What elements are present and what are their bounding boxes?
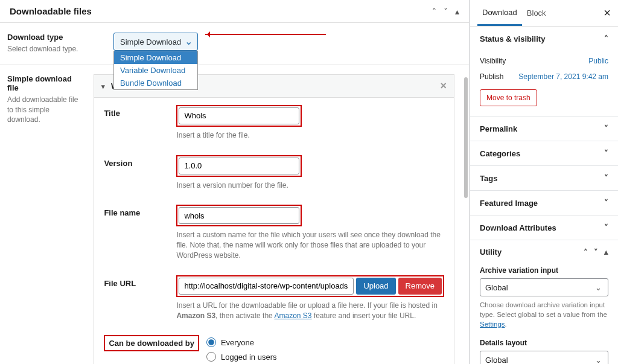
chevron-down-icon: ˅ [604, 124, 608, 133]
download-type-desc: Select download type. [7, 44, 101, 54]
simple-file-label: Simple download file [7, 74, 81, 92]
filename-label: File name [104, 205, 176, 260]
move-to-trash-button[interactable]: Move to trash [480, 89, 537, 106]
radio-logged-in[interactable]: Logged in users [206, 350, 444, 364]
featured-image-header[interactable]: Featured Image˅ [470, 191, 618, 215]
chevron-down-icon: ▾ [101, 83, 105, 90]
tags-header[interactable]: Tags˅ [470, 166, 618, 190]
remove-button[interactable]: Remove [398, 278, 442, 295]
fileurl-help: Insert a URL for the downloadable file o… [176, 301, 444, 321]
chevron-down-icon: ˅ [594, 247, 598, 257]
tab-block[interactable]: Block [522, 1, 551, 25]
details-label: Details layout [480, 339, 608, 347]
amazon-s3-link[interactable]: Amazon S3 [274, 311, 311, 320]
chevron-up-icon: ˄ [584, 247, 588, 257]
simple-file-desc: Add downloadable file to this simple dow… [7, 95, 81, 125]
close-icon[interactable]: × [440, 80, 447, 92]
dropdown-option[interactable]: Bundle Download [114, 77, 197, 89]
filename-help: Insert a custom name for the file which … [176, 230, 444, 260]
archive-label: Archive variation input [480, 266, 608, 275]
version-label: Version [104, 155, 176, 191]
chevron-up-icon: ˄ [604, 34, 608, 43]
title-help: Insert a title for the file. [176, 130, 444, 141]
dropdown-option[interactable]: Variable Download [114, 64, 197, 77]
status-visibility-header[interactable]: Status & visibility ˄ [470, 27, 618, 51]
title-input[interactable] [179, 107, 299, 124]
upload-button[interactable]: Upload [356, 278, 395, 295]
utility-header[interactable]: Utility ˄ ˅ ▴ [470, 240, 618, 264]
close-sidebar-icon[interactable]: × [604, 6, 611, 20]
download-type-select[interactable]: Simple Download [113, 33, 198, 51]
collapse-icon: ▴ [604, 247, 608, 257]
categories-header[interactable]: Categories˅ [470, 141, 618, 165]
download-type-label: Download type [7, 33, 101, 42]
visibility-label: Visibility [480, 57, 506, 65]
chevron-down-icon: ˅ [604, 173, 608, 183]
version-help: Insert a version number for the file. [176, 180, 444, 191]
fileurl-label: File URL [104, 275, 176, 321]
fileurl-input[interactable] [179, 278, 354, 295]
chevron-down-icon: ˅ [604, 148, 608, 158]
details-select[interactable]: Global [480, 351, 608, 364]
title-label: Title [104, 105, 176, 141]
archive-help: Choose download archive variation input … [480, 300, 608, 329]
tab-download[interactable]: Download [477, 1, 522, 26]
download-type-dropdown: Simple Download Variable Download Bundle… [113, 51, 198, 90]
downloadedby-label: Can be downloaded by [104, 335, 199, 351]
collapse-icon[interactable]: ▴ [455, 7, 459, 16]
move-down-icon[interactable]: ˅ [444, 7, 448, 16]
radio-everyone[interactable]: Everyone [206, 335, 444, 350]
publish-label: Publish [480, 72, 503, 81]
publish-value[interactable]: September 7, 2021 9:42 am [518, 72, 608, 81]
annotation-arrow [205, 34, 326, 35]
settings-link[interactable]: Settings [480, 321, 505, 328]
panel-title: Downloadable files [10, 6, 92, 16]
dropdown-option[interactable]: Simple Download [114, 51, 197, 64]
archive-select[interactable]: Global [480, 278, 608, 296]
version-input[interactable] [179, 158, 299, 174]
chevron-down-icon: ˅ [604, 223, 608, 232]
download-attributes-header[interactable]: Download Attributes˅ [470, 216, 618, 240]
chevron-down-icon: ˅ [604, 198, 608, 208]
panel-header: Downloadable files ˄ ˅ ▴ [0, 0, 469, 23]
permalink-header[interactable]: Permalink˅ [470, 117, 618, 141]
move-up-icon[interactable]: ˄ [432, 7, 436, 16]
visibility-value[interactable]: Public [588, 57, 608, 65]
filename-input[interactable] [179, 207, 299, 224]
